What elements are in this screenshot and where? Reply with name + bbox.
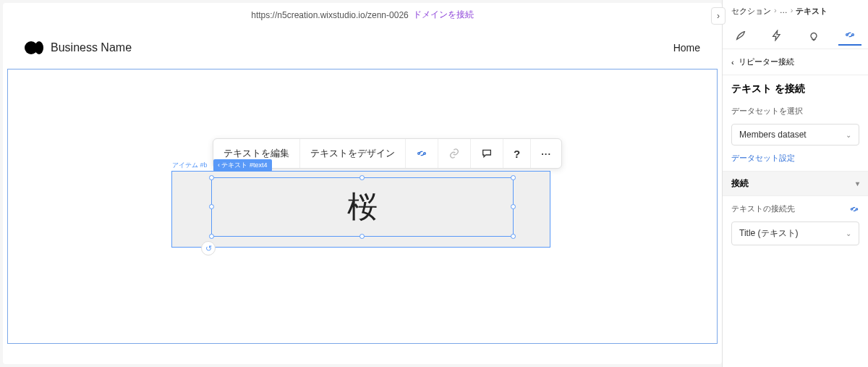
svg-point-0 <box>418 153 420 155</box>
svg-point-4 <box>851 208 852 209</box>
site-header: Business Name Home <box>3 27 722 69</box>
dataset-settings-link[interactable]: データセット設定 <box>723 150 868 171</box>
caret-down-icon: ▾ <box>856 180 859 187</box>
breadcrumb-root[interactable]: セクション <box>731 6 771 17</box>
text-content: 桜 <box>347 187 378 227</box>
connect-field-value: Title (テキスト) <box>739 227 799 240</box>
site-url: https://n5creation.wixstudio.io/zenn-002… <box>251 10 408 20</box>
collapse-panel-button[interactable]: › <box>711 7 726 25</box>
chevron-down-icon: ⌄ <box>846 131 851 139</box>
url-bar: https://n5creation.wixstudio.io/zenn-002… <box>3 3 722 27</box>
logo: Business Name <box>25 41 132 54</box>
chevron-left-icon: ‹ <box>731 58 734 67</box>
repeater-item[interactable]: アイテム #b ‹ テキスト #text4 桜 ↺ <box>171 171 550 248</box>
chevron-right-icon: › <box>791 6 793 17</box>
repeater-item-label: アイテム #b <box>172 161 208 170</box>
inspector-panel: › セクション › … › テキスト ‹ リピーター接続 テキスト を接続 デー… <box>722 0 868 367</box>
business-name: Business Name <box>51 41 132 54</box>
data-tab-icon[interactable] <box>838 25 861 46</box>
text-element[interactable]: 桜 <box>211 177 514 237</box>
undo-icon[interactable]: ↺ <box>201 241 216 256</box>
editor-canvas: https://n5creation.wixstudio.io/zenn-002… <box>3 3 722 364</box>
help-icon[interactable]: ? <box>503 139 531 168</box>
connect-data-icon[interactable] <box>406 139 438 168</box>
breadcrumb: セクション › … › テキスト <box>723 0 868 22</box>
dataset-label: データセットを選択 <box>723 103 868 119</box>
connection-header[interactable]: 接続 ▾ <box>723 171 868 196</box>
comment-icon[interactable] <box>471 139 503 168</box>
back-button[interactable]: ‹ リピーター接続 <box>723 49 868 75</box>
dataset-value: Members dataset <box>739 130 807 140</box>
svg-point-5 <box>856 208 857 209</box>
connect-label: テキストの接続先 <box>731 203 795 214</box>
connect-domain-link[interactable]: ドメインを接続 <box>413 9 474 21</box>
breadcrumb-mid[interactable]: … <box>780 6 788 17</box>
effects-tab-icon[interactable] <box>802 25 825 46</box>
svg-point-1 <box>424 153 426 155</box>
more-icon[interactable]: ··· <box>531 139 561 168</box>
panel-title: テキスト を接続 <box>723 75 868 103</box>
connect-field-select[interactable]: Title (テキスト) ⌄ <box>731 222 859 245</box>
link-icon[interactable] <box>438 139 471 168</box>
connect-data-icon[interactable] <box>849 204 859 214</box>
dataset-select[interactable]: Members dataset ⌄ <box>731 124 859 145</box>
design-tab-icon[interactable] <box>729 25 752 46</box>
back-label: リピーター接続 <box>739 56 794 67</box>
connection-header-label: 接続 <box>731 177 749 190</box>
design-text-button[interactable]: テキストをデザイン <box>300 139 406 168</box>
svg-point-2 <box>846 34 848 36</box>
chevron-right-icon: › <box>774 6 777 17</box>
canvas-section[interactable]: テキストを編集 テキストをデザイン ? ··· アイテム #b ‹ テキスト #… <box>7 69 718 344</box>
inspector-tabs <box>723 22 868 49</box>
logo-icon <box>25 41 43 54</box>
nav-home[interactable]: Home <box>673 42 700 54</box>
text-element-label: ‹ テキスト #text4 <box>213 159 272 172</box>
breadcrumb-current: テキスト <box>796 6 827 17</box>
interaction-tab-icon[interactable] <box>765 25 788 46</box>
chevron-down-icon: ⌄ <box>846 229 851 237</box>
svg-point-3 <box>852 34 854 36</box>
